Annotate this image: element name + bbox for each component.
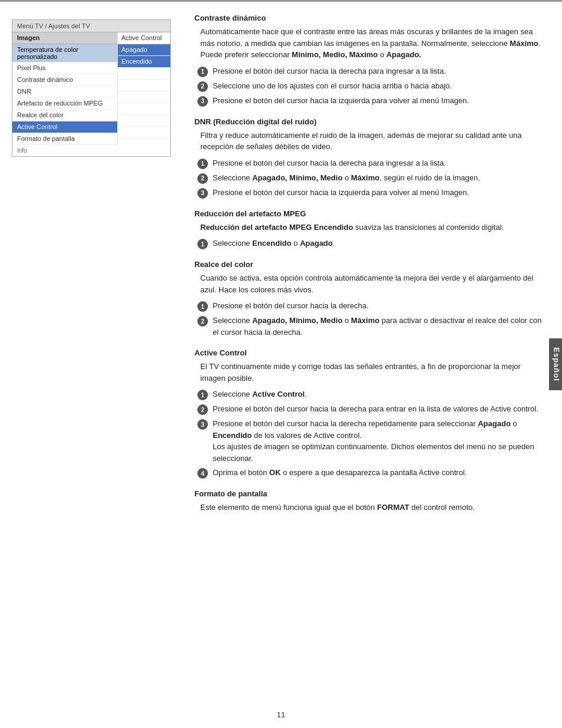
section-title-contraste: Contraste dinámico — [194, 14, 544, 22]
menu-item-artefacto: Artefacto de reducción MPEG — [12, 98, 117, 110]
menu-value-8 — [118, 127, 170, 139]
step-item: 2 Seleccione uno de los ajustes con el c… — [197, 80, 544, 92]
step-item: 1 Presione el botón del cursor hacia la … — [197, 65, 544, 77]
menu-item-activecontrol: Active Control — [12, 121, 117, 133]
step-item: 1 Seleccione Active Control. — [197, 388, 544, 400]
step-list-realce: 1 Presione el botón del cursor hacia la … — [197, 300, 544, 338]
section-body-realce: Cuando se activa, esta opción controla a… — [200, 272, 544, 295]
page-number: 11 — [277, 710, 285, 719]
step-num-2: 2 — [197, 81, 208, 92]
step-num-1: 1 — [197, 159, 208, 169]
menu-value-apagado: Apagado — [118, 44, 170, 56]
step-text-1: Presione el botón del cursor hacia la de… — [213, 65, 544, 77]
section-body-contraste: Automáticamente hace que el contraste en… — [200, 26, 544, 61]
step-item: 2 Seleccione Apagado, Mínimo, Medio o Má… — [197, 172, 544, 184]
menu-col-header-imagen: Imagen — [12, 32, 117, 44]
step-text-ac-1: Seleccione Active Control. — [213, 388, 544, 400]
spanish-tab: Español — [550, 338, 562, 390]
step-num-2: 2 — [197, 173, 208, 184]
section-body-active-control: El TV continuamente mide y corrige todas… — [200, 361, 544, 384]
menu-item-contraste: Contraste dinámico — [12, 74, 117, 86]
menu-value-5 — [118, 91, 170, 103]
menu-col-header-activecontrol: Active Control — [118, 32, 170, 44]
step-num-1: 1 — [197, 67, 208, 77]
step-item: 2 Seleccione Apagado, Mínimo, Medio o Má… — [197, 315, 544, 338]
section-contraste-dinamico: Contraste dinámico Automáticamente hace … — [194, 14, 544, 107]
section-body-formato: Este elemento de menú funciona igual que… — [200, 502, 544, 513]
step-num-1: 1 — [197, 390, 208, 400]
step-num-3: 3 — [197, 96, 208, 107]
step-list-dnr: 1 Presione el botón del cursor hacia la … — [197, 157, 544, 199]
step-item: 4 Oprima el botón OK o espere a que desa… — [197, 467, 544, 479]
step-text-3: Presione el botón del cursor hacia la iz… — [213, 95, 544, 107]
step-num-1: 1 — [197, 239, 208, 249]
step-item: 2 Presione el botón del cursor hacia la … — [197, 403, 544, 415]
menu-item-realce: Realce del color — [12, 110, 117, 121]
step-text-reduccion-1: Seleccione Encendido o Apagado. — [213, 238, 544, 249]
step-list-contraste: 1 Presione el botón del cursor hacia la … — [197, 65, 544, 107]
section-dnr: DNR (Reducción digital del ruido) Filtra… — [194, 117, 544, 199]
step-list-active-control: 1 Seleccione Active Control. 2 Presione … — [197, 388, 544, 479]
menu-value-encendido: Encendido — [118, 56, 170, 68]
step-text-ac-3: Presione el botón del cursor hacia la de… — [213, 418, 544, 464]
menu-col-left: Imagen Temperatura de color personalizad… — [12, 32, 117, 145]
step-text-realce-2: Seleccione Apagado, Mínimo, Medio o Máxi… — [213, 315, 544, 338]
section-title-dnr: DNR (Reducción digital del ruido) — [194, 117, 544, 126]
step-item: 3 Presione el botón del cursor hacia la … — [197, 95, 544, 107]
step-text-ac-4: Oprima el botón OK o espere a que desapa… — [213, 467, 544, 479]
step-num-2: 2 — [197, 316, 208, 327]
step-text-ac-2: Presione el botón del cursor hacia la de… — [213, 403, 544, 415]
section-title-active-control: Active Control — [194, 348, 544, 357]
menu-item-temperatura: Temperatura de color personalizado — [12, 44, 117, 62]
step-text-dnr-1: Presione el botón del cursor hacia la de… — [213, 157, 544, 169]
step-item: 1 Seleccione Encendido o Apagado. — [197, 238, 544, 249]
left-sidebar: Menú TV / Ajustes del TV Imagen Temperat… — [0, 2, 183, 728]
menu-item-formato: Formato de pantalla — [12, 133, 117, 145]
section-body-dnr: Filtra y reduce automáticamente el ruido… — [200, 130, 544, 153]
step-item: 3 Presione el botón del cursor hacia la … — [197, 418, 544, 464]
menu-item-pixelplus: Pixel Plus — [12, 62, 117, 74]
step-text-realce-1: Presione el botón del cursor hacia la de… — [213, 300, 544, 312]
step-text-dnr-2: Seleccione Apagado, Mínimo, Medio o Máxi… — [213, 172, 544, 184]
step-num-2: 2 — [197, 404, 208, 415]
section-title-formato: Formato de pantalla — [194, 489, 544, 498]
menu-box: Menú TV / Ajustes del TV Imagen Temperat… — [12, 19, 171, 157]
menu-value-6 — [118, 103, 170, 115]
menu-value-7 — [118, 115, 170, 127]
step-num-3: 3 — [197, 419, 208, 430]
section-title-reduccion: Reducción del artefacto MPEG — [194, 209, 544, 218]
menu-value-3 — [118, 68, 170, 80]
menu-header: Menú TV / Ajustes del TV — [12, 20, 170, 32]
section-reduccion-artefacto: Reducción del artefacto MPEG Reducción d… — [194, 209, 544, 250]
step-item: 1 Presione el botón del cursor hacia la … — [197, 157, 544, 169]
step-text-dnr-3: Presione el botón del cursor hacia la iz… — [213, 187, 544, 199]
section-formato-pantalla: Formato de pantalla Este elemento de men… — [194, 489, 544, 513]
section-realce-color: Realce del color Cuando se activa, esta … — [194, 260, 544, 338]
section-body-reduccion: Reducción del artefacto MPEG Encendido s… — [200, 222, 544, 233]
menu-col-right: Active Control Apagado Encendido — [117, 32, 170, 145]
step-item: 1 Presione el botón del cursor hacia la … — [197, 300, 544, 312]
step-num-4: 4 — [197, 468, 208, 479]
section-active-control: Active Control El TV continuamente mide … — [194, 348, 544, 479]
step-num-3: 3 — [197, 188, 208, 199]
step-item: 3 Presione el botón del cursor hacia la … — [197, 187, 544, 199]
menu-info: Info — [12, 145, 170, 156]
menu-value-4 — [118, 80, 170, 91]
section-title-realce: Realce del color — [194, 260, 544, 269]
content-area: Contraste dinámico Automáticamente hace … — [183, 2, 562, 728]
menu-item-dnr: DNR — [12, 86, 117, 98]
step-num-1: 1 — [197, 301, 208, 312]
step-list-reduccion: 1 Seleccione Encendido o Apagado. — [197, 238, 544, 249]
step-text-2: Seleccione uno de los ajustes con el cur… — [213, 80, 544, 92]
